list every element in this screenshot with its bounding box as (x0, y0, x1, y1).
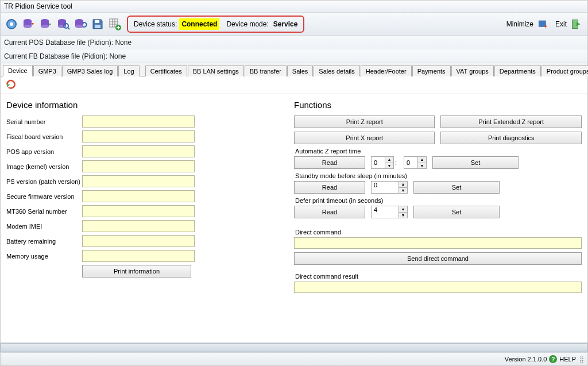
standby-value-input[interactable]: 0▲▼ (371, 181, 408, 194)
device-field-row: Modem IMEI (6, 220, 283, 232)
direct-command-label: Direct command (295, 229, 582, 236)
tab-departments[interactable]: Departments (494, 66, 541, 76)
main-toolbar: Device status: Connected Device mode: Se… (1, 13, 587, 36)
resize-grip[interactable]: ⣿ (579, 356, 583, 363)
device-status-label: Device status: (134, 20, 177, 28)
auto-z-hours-input[interactable]: 0▲▼ (371, 156, 394, 169)
device-field-label: Memory usage (6, 253, 82, 260)
device-field-input (82, 175, 195, 187)
auto-z-read-button[interactable]: Read (294, 156, 365, 169)
auto-z-minutes-input[interactable]: 0▲▼ (404, 156, 427, 169)
svg-line-12 (68, 28, 69, 29)
device-status-value: Connected (179, 18, 219, 30)
print-extended-z-report-button[interactable]: Print Extended Z report (440, 115, 582, 128)
device-field-input (82, 250, 195, 262)
svg-point-7 (41, 25, 49, 28)
device-field-input (82, 145, 195, 157)
device-field-row: Serial number (6, 115, 283, 128)
device-field-input (82, 160, 195, 172)
device-field-row: Image (kernel) version (6, 160, 283, 172)
device-info-heading: Device information (6, 100, 283, 110)
tab-sales-details[interactable]: Sales details (314, 66, 359, 76)
defer-set-button[interactable]: Set (413, 206, 500, 218)
device-field-row: Memory usage (6, 250, 283, 262)
standby-set-button[interactable]: Set (413, 181, 500, 194)
fb-db-info: Current FB Database file (Pidion): None (1, 49, 587, 63)
device-field-input (82, 235, 195, 247)
device-field-input (82, 205, 195, 217)
minimize-label[interactable]: Minimize (506, 20, 533, 28)
defer-read-button[interactable]: Read (294, 206, 365, 218)
title-bar: TR Pidion Service tool (1, 1, 587, 13)
device-field-label: Battery remaining (6, 238, 82, 245)
tab-strip: Device GMP3 GMP3 Sales log Log Certifica… (1, 63, 587, 76)
device-field-input (82, 190, 195, 202)
db-sync-icon[interactable] (73, 17, 88, 32)
device-field-label: Fiscal board version (6, 133, 82, 140)
tab-log[interactable]: Log (118, 66, 139, 76)
device-field-input (82, 220, 195, 232)
tab-header-footer[interactable]: Header/Footer (361, 66, 412, 76)
svg-point-4 (24, 25, 32, 28)
device-field-row: Battery remaining (6, 235, 283, 247)
print-x-report-button[interactable]: Print X report (294, 132, 435, 144)
time-colon: : (395, 159, 397, 166)
direct-command-result-label: Direct command result (295, 273, 582, 280)
auto-z-label: Automatic Z report time (295, 148, 582, 155)
tab-product-groups[interactable]: Product groups (541, 66, 588, 76)
db-search-icon[interactable] (56, 17, 71, 32)
direct-command-result-output (294, 282, 582, 293)
db-download-icon[interactable] (21, 17, 36, 32)
print-information-button[interactable]: Print information (82, 265, 191, 278)
tab-bb-transfer[interactable]: BB transfer (245, 66, 287, 76)
device-field-row: MT360 Serial number (6, 205, 283, 217)
status-bar: Version 2.1.0.0 ? HELP ⣿ (1, 352, 587, 365)
tab-device[interactable]: Device (3, 65, 33, 76)
refresh-icon[interactable] (5, 84, 17, 91)
tab-gmp3[interactable]: GMP3 (33, 66, 61, 76)
tab-bb-lan[interactable]: BB LAN settings (188, 66, 244, 76)
device-field-row: PS version (patch version) (6, 175, 283, 187)
tab-payments[interactable]: Payments (412, 66, 451, 76)
horizontal-scrollbar[interactable] (1, 342, 587, 352)
device-field-label: Secure firmware version (6, 193, 82, 200)
exit-icon[interactable] (570, 18, 583, 30)
device-field-label: Serial number (6, 118, 82, 125)
device-field-label: MT360 Serial number (6, 208, 82, 215)
device-field-label: PS version (patch version) (6, 178, 82, 185)
tab-gap (140, 73, 145, 76)
svg-point-1 (10, 22, 13, 26)
tab-vat-groups[interactable]: VAT groups (451, 66, 494, 76)
standby-label: Standby mode before sleep (in minutes) (295, 172, 582, 179)
tab-certificates[interactable]: Certificates (145, 66, 187, 76)
svg-rect-16 (95, 20, 99, 23)
help-icon[interactable]: ? (549, 355, 557, 363)
device-field-input (82, 115, 195, 128)
tab-sales[interactable]: Sales (287, 66, 314, 76)
direct-command-input[interactable] (294, 237, 582, 249)
status-box: Device status: Connected Device mode: Se… (127, 16, 304, 33)
print-z-report-button[interactable]: Print Z report (294, 115, 435, 128)
standby-read-button[interactable]: Read (294, 181, 365, 194)
svg-rect-17 (95, 25, 100, 28)
db-upload-icon[interactable] (38, 17, 53, 32)
device-mode-value: Service (273, 20, 298, 28)
defer-value-input[interactable]: 4▲▼ (371, 206, 408, 218)
save-icon[interactable] (90, 17, 105, 32)
device-field-label: Image (kernel) version (6, 163, 82, 170)
exit-label[interactable]: Exit (555, 20, 567, 28)
settings-icon[interactable] (4, 17, 19, 32)
help-label[interactable]: HELP (559, 356, 576, 363)
print-diagnostics-button[interactable]: Print diagnostics (440, 132, 582, 144)
device-field-input (82, 130, 195, 142)
defer-label: Defer print timeout (in seconds) (295, 197, 582, 204)
tab-gmp3-sales-log[interactable]: GMP3 Sales log (62, 66, 118, 76)
device-field-row: Secure firmware version (6, 190, 283, 202)
grid-add-icon[interactable] (107, 17, 122, 32)
auto-z-set-button[interactable]: Set (432, 156, 519, 169)
device-field-label: Modem IMEI (6, 223, 82, 230)
sub-toolbar (1, 76, 587, 94)
pos-db-info: Current POS Database file (Pidion): None (1, 36, 587, 49)
minimize-icon[interactable] (537, 18, 550, 30)
send-direct-command-button[interactable]: Send direct command (294, 252, 582, 265)
